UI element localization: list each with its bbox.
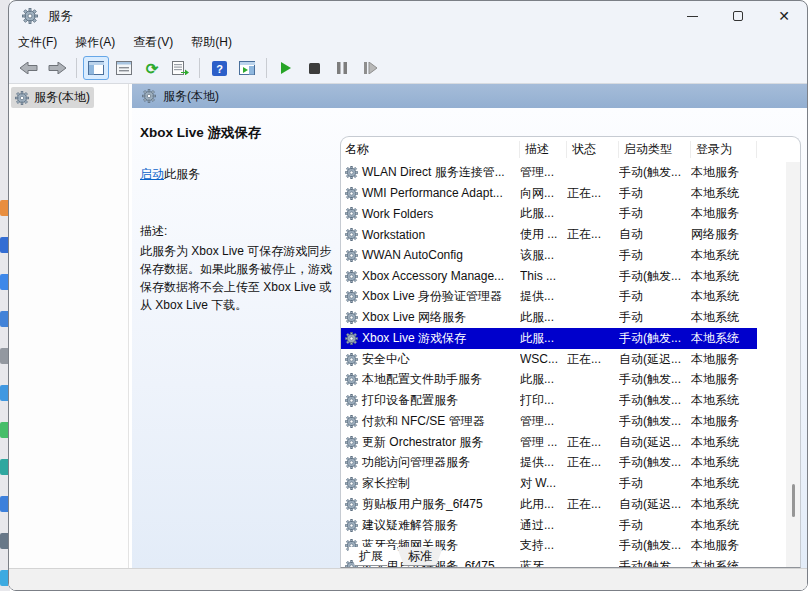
table-row[interactable]: Work Folders此服...手动本地服务 bbox=[341, 204, 757, 225]
table-row[interactable]: WLAN Direct 服务连接管...管理...手动(触发...本地服务 bbox=[341, 162, 757, 183]
table-row[interactable]: WWAN AutoConfig该服...手动本地系统 bbox=[341, 245, 757, 266]
service-description-cell: 此服... bbox=[520, 371, 567, 388]
services-pane: 服务(本地) Xbox Live 游戏保存 启动此服务 描述: 此服务为 Xbo… bbox=[132, 84, 807, 568]
table-row[interactable]: 付款和 NFC/SE 管理器管理...手动(触发...本地服务 bbox=[341, 411, 757, 432]
pane-header: 服务(本地) bbox=[132, 84, 807, 108]
table-row[interactable]: Xbox Live 游戏保存此服...手动(触发...本地系统 bbox=[341, 328, 757, 349]
scrollbar-thumb[interactable] bbox=[792, 484, 795, 517]
column-header-name[interactable]: 名称 bbox=[341, 141, 520, 158]
action-pane-toggle-button[interactable] bbox=[234, 56, 260, 80]
service-status-cell: 正在... bbox=[567, 226, 619, 243]
service-logon-cell: 本地系统 bbox=[691, 496, 757, 513]
table-row[interactable]: 剪贴板用户服务_6f475此用...正在...自动(延迟...本地系统 bbox=[341, 494, 757, 515]
service-gear-icon bbox=[345, 207, 358, 220]
table-row[interactable]: Xbox Accessory Manage...This ...手动(触发...… bbox=[341, 266, 757, 287]
service-description-cell: 此服... bbox=[520, 205, 567, 222]
table-row[interactable]: WMI Performance Adapt...向网...正在...手动本地系统 bbox=[341, 183, 757, 204]
description-label: 描述: bbox=[140, 223, 342, 240]
service-logon-cell: 本地系统 bbox=[691, 288, 757, 305]
service-startup-type-cell: 手动(触发... bbox=[619, 164, 691, 181]
desktop-icon bbox=[0, 200, 8, 216]
service-name-cell: 家长控制 bbox=[341, 475, 520, 492]
console-tree-icon bbox=[88, 61, 104, 75]
service-startup-type-cell: 自动 bbox=[619, 226, 691, 243]
start-service-suffix: 此服务 bbox=[164, 167, 200, 181]
menu-file[interactable]: 文件(F) bbox=[9, 32, 66, 53]
pause-icon bbox=[337, 62, 347, 74]
export-list-button[interactable] bbox=[167, 56, 193, 80]
minimize-button[interactable] bbox=[669, 1, 715, 31]
service-status-cell: 正在... bbox=[567, 185, 619, 202]
forward-button[interactable] bbox=[44, 56, 70, 80]
tree-item-label: 服务(本地) bbox=[34, 89, 90, 106]
service-description-cell: 管理... bbox=[520, 164, 567, 181]
service-detail-panel: Xbox Live 游戏保存 启动此服务 描述: 此服务为 Xbox Live … bbox=[140, 124, 342, 314]
back-button[interactable] bbox=[16, 56, 42, 80]
vertical-scrollbar[interactable] bbox=[786, 162, 800, 567]
service-status-cell: 正在... bbox=[567, 434, 619, 451]
help-button[interactable]: ? bbox=[206, 56, 232, 80]
service-gear-icon bbox=[345, 311, 358, 324]
service-name-cell: Xbox Accessory Manage... bbox=[341, 269, 520, 283]
column-header-status[interactable]: 状态 bbox=[567, 141, 619, 158]
table-row[interactable]: 本地配置文件助手服务此服...手动(触发...本地服务 bbox=[341, 370, 757, 391]
desktop-icon bbox=[0, 496, 8, 512]
service-description-cell: WSC... bbox=[520, 352, 567, 366]
column-header-description[interactable]: 描述 bbox=[520, 141, 567, 158]
service-description-cell: 蓝牙... bbox=[520, 558, 567, 567]
service-logon-cell: 本地服务 bbox=[691, 164, 757, 181]
service-name-cell: Work Folders bbox=[341, 207, 520, 221]
close-button[interactable]: ✕ bbox=[761, 1, 807, 31]
service-startup-type-cell: 手动(触发... bbox=[619, 537, 691, 554]
action-pane-icon bbox=[239, 61, 255, 75]
service-status-cell: 正在... bbox=[567, 351, 619, 368]
pause-service-button[interactable] bbox=[329, 56, 355, 80]
sort-ascending-icon: ˆ bbox=[426, 136, 429, 146]
service-name-cell: 打印设备配置服务 bbox=[341, 392, 520, 409]
service-name-cell: 功能访问管理器服务 bbox=[341, 454, 520, 471]
service-description-cell: 支持... bbox=[520, 537, 567, 554]
service-gear-icon bbox=[345, 270, 358, 283]
export-list-icon bbox=[172, 61, 189, 75]
service-startup-type-cell: 手动 bbox=[619, 288, 691, 305]
table-row[interactable]: 家长控制对 W...手动本地系统 bbox=[341, 473, 757, 494]
refresh-button[interactable]: ⟳ bbox=[139, 56, 165, 80]
table-row[interactable]: Xbox Live 网络服务此服...手动本地系统 bbox=[341, 307, 757, 328]
window-title: 服务 bbox=[48, 8, 73, 25]
menu-help[interactable]: 帮助(H) bbox=[182, 32, 241, 53]
table-row[interactable]: 更新 Orchestrator 服务管理 ...正在...自动(延迟...本地系… bbox=[341, 432, 757, 453]
service-name-cell: Xbox Live 游戏保存 bbox=[341, 330, 520, 347]
service-logon-cell: 本地服务 bbox=[691, 413, 757, 430]
maximize-button[interactable] bbox=[715, 1, 761, 31]
service-description-cell: 此用... bbox=[520, 496, 567, 513]
restart-service-button[interactable] bbox=[357, 56, 383, 80]
list-header: ˆ 名称 描述 状态 启动类型 登录为 bbox=[341, 137, 800, 162]
menu-action[interactable]: 操作(A) bbox=[66, 32, 124, 53]
table-row[interactable]: Xbox Live 身份验证管理器提供...手动本地系统 bbox=[341, 287, 757, 308]
service-logon-cell: 本地系统 bbox=[691, 268, 757, 285]
table-row[interactable]: 安全中心WSC...正在...自动(延迟...本地服务 bbox=[341, 349, 757, 370]
view-tabs: 扩展 标准 bbox=[340, 547, 443, 568]
services-list-panel: ˆ 名称 描述 状态 启动类型 登录为 WLAN Direct 服务连接管...… bbox=[340, 136, 801, 568]
stop-service-button[interactable] bbox=[301, 56, 327, 80]
tab-standard[interactable]: 标准 bbox=[397, 547, 443, 566]
service-startup-type-cell: 自动(延迟... bbox=[619, 496, 691, 513]
properties-button[interactable] bbox=[111, 56, 137, 80]
tree-item-services-local[interactable]: 服务(本地) bbox=[11, 87, 94, 108]
table-row[interactable]: 建议疑难解答服务通过...手动本地系统 bbox=[341, 515, 757, 536]
column-header-logon-as[interactable]: 登录为 bbox=[691, 141, 757, 158]
menu-bar: 文件(F) 操作(A) 查看(V) 帮助(H) bbox=[9, 31, 807, 53]
menu-view[interactable]: 查看(V) bbox=[124, 32, 182, 53]
table-row[interactable]: 打印设备配置服务打印...手动(触发...本地系统 bbox=[341, 390, 757, 411]
title-bar[interactable]: 服务 ✕ bbox=[9, 1, 807, 31]
start-service-link[interactable]: 启动 bbox=[140, 167, 164, 181]
table-row[interactable]: Workstation使用 ...正在...自动网络服务 bbox=[341, 224, 757, 245]
start-icon bbox=[280, 62, 292, 74]
close-icon: ✕ bbox=[778, 9, 790, 23]
tab-extended[interactable]: 扩展 bbox=[348, 547, 394, 566]
service-startup-type-cell: 手动(触发... bbox=[619, 558, 691, 567]
show-console-tree-button[interactable] bbox=[83, 56, 109, 80]
column-header-startup-type[interactable]: 启动类型 bbox=[619, 141, 691, 158]
table-row[interactable]: 功能访问管理器服务提供...正在...手动(触发...本地系统 bbox=[341, 453, 757, 474]
start-service-button[interactable] bbox=[273, 56, 299, 80]
